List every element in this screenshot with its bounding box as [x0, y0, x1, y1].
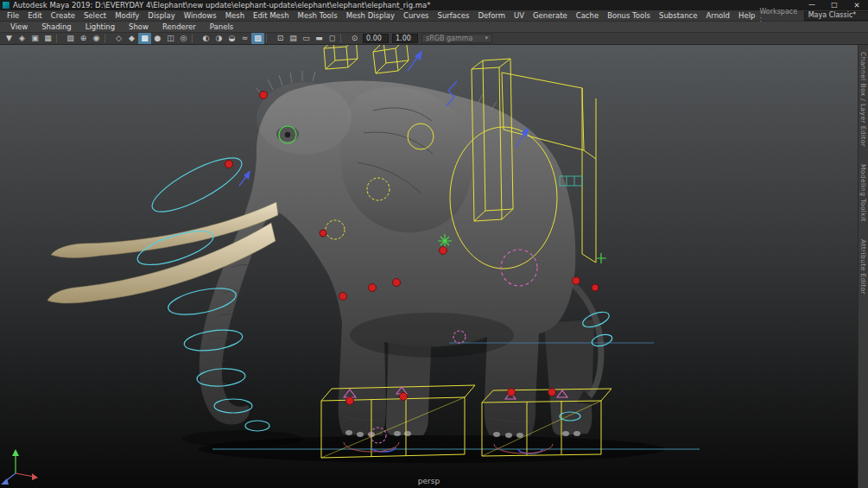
exposure-icon[interactable]: ⊙	[348, 33, 361, 44]
maya-app-icon	[3, 2, 10, 9]
default-material-icon[interactable]: ●	[151, 33, 164, 44]
joint-xray-icon[interactable]: ◎	[177, 33, 190, 44]
rig-hip-star[interactable]	[596, 253, 606, 263]
ambient-occlusion-icon[interactable]: ◒	[225, 33, 238, 44]
chevron-down-icon: ▾	[485, 35, 488, 42]
menu-item-arnold[interactable]: Arnold	[702, 11, 735, 20]
rig-red-handle[interactable]	[573, 277, 580, 285]
camera-attributes-icon[interactable]: ▣	[29, 33, 41, 44]
rig-trunk-ring[interactable]	[146, 149, 248, 221]
rig-red-handle[interactable]	[400, 393, 408, 401]
field-chart-icon[interactable]: ▤	[287, 33, 300, 44]
toolbar-separator	[56, 35, 61, 42]
anti-aliasing-icon[interactable]: ▨	[251, 33, 264, 44]
menu-item-file[interactable]: File	[3, 11, 23, 20]
rig-red-handle[interactable]	[548, 389, 556, 396]
rig-red-handle[interactable]	[346, 397, 354, 405]
shadows-icon[interactable]: ◑	[212, 33, 225, 44]
elephant-model[interactable]	[48, 71, 601, 438]
menu-items: FileEditCreateSelectModifyDisplayWindows…	[3, 11, 759, 20]
rig-red-handle[interactable]	[508, 389, 516, 396]
bookmarks-icon[interactable]: ▦	[41, 33, 54, 44]
rig-red-handle[interactable]	[440, 247, 447, 255]
panel-menu-item-view[interactable]: View	[3, 22, 35, 31]
menu-item-mesh-display[interactable]: Mesh Display	[342, 11, 399, 20]
dock-tab-channel-box-layer-editor[interactable]: Channel Box / Layer Editor	[859, 52, 867, 147]
rig-red-handle[interactable]	[260, 92, 268, 99]
menu-item-substance[interactable]: Substance	[655, 11, 701, 20]
menu-item-mesh-tools[interactable]: Mesh Tools	[294, 11, 342, 20]
menu-item-mesh[interactable]: Mesh	[221, 11, 249, 20]
elephant-belly-shading	[350, 313, 514, 358]
menu-item-help[interactable]: Help	[734, 11, 759, 20]
toolbar-separator	[192, 35, 197, 42]
camera-name-label: persp	[0, 477, 858, 485]
viewport-panel-menu: ViewShadingLightingShowRendererPanels	[0, 22, 868, 33]
lock-camera-icon[interactable]: ◈	[16, 33, 29, 44]
isolate-select-icon[interactable]: ⊡	[274, 33, 287, 44]
lighting-icon[interactable]: ◐	[200, 33, 212, 44]
elephant-head-highlight	[257, 82, 352, 155]
wireframe-icon[interactable]: ◇	[112, 33, 125, 44]
menu-item-select[interactable]: Select	[79, 11, 111, 20]
pan-zoom-icon[interactable]: ⊕	[77, 33, 90, 44]
menu-item-edit[interactable]: Edit	[23, 11, 46, 20]
workspace-value: Maya Classic*	[808, 11, 857, 20]
motion-blur-icon[interactable]: ≈	[238, 33, 251, 44]
rig-red-handle[interactable]	[592, 284, 599, 291]
panel-menu-item-renderer[interactable]: Renderer	[155, 22, 203, 31]
rig-trunk-ring[interactable]	[245, 421, 269, 431]
title-bar[interactable]: Autodesk Maya 2019: D:\EVERYDAY 4\Elepha…	[0, 0, 868, 10]
rig-red-handle[interactable]	[339, 293, 347, 301]
menu-item-curves[interactable]: Curves	[399, 11, 434, 20]
menu-item-display[interactable]: Display	[143, 11, 179, 20]
menu-item-cache[interactable]: Cache	[572, 11, 603, 20]
image-plane-icon[interactable]: ▧	[64, 33, 77, 44]
menu-item-surfaces[interactable]: Surfaces	[434, 11, 474, 20]
perspective-viewport[interactable]: persp	[0, 45, 858, 488]
gate-mask-icon[interactable]: ▬	[313, 33, 326, 44]
workspace-label: Workspace :	[759, 8, 800, 23]
rig-red-handle[interactable]	[225, 161, 233, 168]
exposure-field[interactable]: 0.00	[363, 34, 389, 43]
film-gate-icon[interactable]: ◻	[326, 33, 339, 44]
y-axis-arrow	[12, 449, 19, 456]
toolbar-separator	[340, 35, 345, 42]
menu-item-uv[interactable]: UV	[510, 11, 529, 20]
oversampling-icon[interactable]: ◉	[90, 33, 103, 44]
dock-tab-modeling-toolkit[interactable]: Modeling Toolkit	[859, 164, 867, 222]
select-camera-icon[interactable]: ▼	[3, 33, 16, 44]
ground-shadow-trunk	[181, 430, 302, 447]
viewport-canvas[interactable]	[0, 45, 858, 488]
panel-menu-item-shading[interactable]: Shading	[35, 22, 79, 31]
textured-icon[interactable]: ▩	[138, 33, 151, 44]
resolution-gate-icon[interactable]: ▭	[300, 33, 313, 44]
panel-menu-item-lighting[interactable]: Lighting	[79, 22, 122, 31]
view-transform-dropdown[interactable]: sRGB gamma ▾	[421, 34, 492, 43]
rig-head-cube-a[interactable]	[324, 45, 358, 69]
panel-menu-item-panels[interactable]: Panels	[203, 22, 240, 31]
main-menu-bar: FileEditCreateSelectModifyDisplayWindows…	[0, 10, 868, 22]
dock-tab-attribute-editor[interactable]: Attribute Editor	[859, 239, 867, 295]
rig-head-cube-b[interactable]	[373, 45, 409, 73]
menu-item-deform[interactable]: Deform	[473, 11, 510, 20]
workspace-dropdown[interactable]: Maya Classic* ▾	[804, 11, 868, 21]
smooth-shade-icon[interactable]: ◆	[125, 33, 138, 44]
gamma-field[interactable]: 1.00	[392, 34, 418, 43]
viewport-panel-toolbar: ▼◈▣▦▧⊕◉◇◆▩●◫◎◐◑◒≈▨⊡▤▭▬◻⊙ 0.00 1.00 sRGB …	[0, 33, 868, 45]
menu-item-create[interactable]: Create	[47, 11, 79, 20]
rig-red-handle[interactable]	[320, 230, 326, 237]
menu-item-generate[interactable]: Generate	[529, 11, 572, 20]
rig-red-handle[interactable]	[393, 279, 401, 287]
xray-icon[interactable]: ◫	[164, 33, 177, 44]
panel-menu-item-show[interactable]: Show	[122, 22, 155, 31]
menu-item-modify[interactable]: Modify	[111, 11, 143, 20]
menu-item-bonus-tools[interactable]: Bonus Tools	[603, 11, 655, 20]
menu-item-windows[interactable]: Windows	[180, 11, 221, 20]
view-transform-value: sRGB gamma	[426, 35, 472, 42]
window-title: Autodesk Maya 2019: D:\EVERYDAY 4\Elepha…	[13, 0, 801, 10]
rig-red-handle[interactable]	[369, 284, 377, 292]
menu-item-edit-mesh[interactable]: Edit Mesh	[249, 11, 294, 20]
panel-menu-items: ViewShadingLightingShowRendererPanels	[3, 22, 240, 31]
dock-tab-strip: Channel Box / Layer EditorModeling Toolk…	[859, 52, 867, 295]
